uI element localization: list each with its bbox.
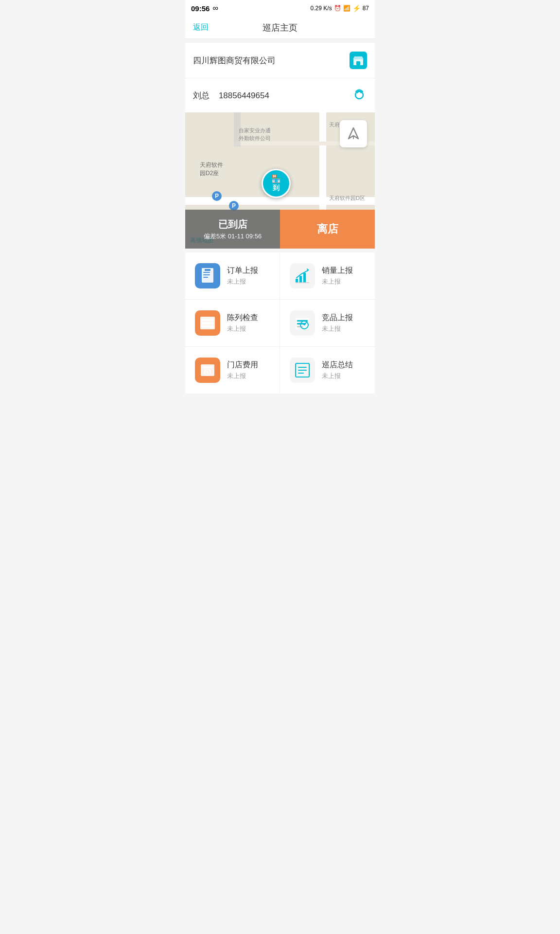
- svg-rect-7: [205, 269, 210, 271]
- svg-rect-1: [356, 61, 360, 65]
- wifi-icon: 📶: [343, 5, 350, 12]
- store-icon: [350, 52, 367, 69]
- feature-title-display: 陈列检查: [227, 313, 258, 323]
- feature-icon-order: [195, 263, 220, 288]
- feature-icon-summary: [290, 358, 315, 383]
- svg-rect-14: [202, 322, 213, 324]
- arrived-main: 已到店: [218, 218, 247, 231]
- nav-bar: 返回 巡店主页: [185, 17, 375, 39]
- map-label-4: 天府软件园D2座: [200, 161, 223, 178]
- contact-phone: 18856449654: [219, 91, 269, 100]
- feature-icon-cost: ¥: [195, 358, 220, 383]
- feature-icon-compete: [290, 310, 315, 336]
- arrived-button[interactable]: 已到店 偏差5米 01-11 09:56: [185, 210, 280, 249]
- leave-button[interactable]: 离店: [280, 210, 375, 249]
- feature-item-summary[interactable]: 巡店总结未上报: [280, 347, 375, 394]
- map-container: 自家安业办通 外勤软件公司 天府软件园D区 天府软件园D2座 天府软件园D区 P…: [185, 112, 375, 249]
- svg-point-2: [355, 91, 363, 99]
- feature-sub-cost: 未上报: [227, 372, 258, 380]
- svg-rect-6: [203, 277, 208, 278]
- feature-sub-display: 未上报: [227, 324, 258, 333]
- map-label-1: 自家安业办通: [239, 127, 271, 134]
- location-marker: 🏪 到: [262, 169, 291, 198]
- feature-item-compete[interactable]: 竞品上报未上报: [280, 300, 375, 347]
- feature-item-sales[interactable]: 销量上报未上报: [280, 252, 375, 300]
- alarm-icon: ⏰: [334, 5, 341, 12]
- feature-title-cost: 门店费用: [227, 360, 258, 370]
- feature-item-cost[interactable]: ¥ 门店费用未上报: [185, 347, 280, 394]
- svg-rect-10: [303, 273, 306, 283]
- svg-rect-8: [296, 279, 298, 283]
- page-title: 巡店主页: [262, 22, 298, 34]
- signal-icon: ⚡: [352, 4, 361, 12]
- status-time: 09:56: [191, 4, 210, 13]
- feature-sub-sales: 未上报: [322, 277, 353, 286]
- svg-rect-9: [299, 276, 302, 283]
- infinity-icon: ∞: [212, 4, 218, 13]
- contact-row: 刘总 18856449654: [185, 78, 375, 112]
- svg-text:¥: ¥: [206, 370, 209, 375]
- navigate-button[interactable]: [340, 120, 367, 147]
- feature-title-sales: 销量上报: [322, 266, 353, 276]
- back-button[interactable]: 返回: [193, 22, 209, 33]
- svg-rect-5: [203, 274, 210, 275]
- map-label-2: 外勤软件公司: [239, 135, 271, 142]
- features-grid: 订单上报未上报 销量上报未上报 陈列检查未上报 竞品上报未上报 ¥ 门店费用未上…: [185, 252, 375, 394]
- battery-indicator: 87: [363, 5, 369, 12]
- contact-name: 刘总: [193, 91, 210, 100]
- feature-icon-sales: [290, 263, 315, 288]
- svg-rect-19: [297, 326, 303, 327]
- parking-icon-2: P: [229, 201, 239, 211]
- map-label-5: 天府软件园D区: [329, 195, 365, 202]
- contact-info: 刘总 18856449654: [193, 90, 269, 101]
- company-name: 四川辉图商贸有限公司: [193, 55, 276, 66]
- parking-icon: P: [212, 191, 222, 201]
- svg-rect-22: [203, 366, 212, 368]
- feature-sub-compete: 未上报: [322, 324, 353, 333]
- svg-rect-13: [202, 319, 213, 321]
- status-bar: 09:56 ∞ 0.29 K/s ⏰ 📶 ⚡ 87: [185, 0, 375, 17]
- company-row: 四川辉图商贸有限公司: [185, 43, 375, 78]
- feature-title-summary: 巡店总结: [322, 360, 353, 370]
- speed-indicator: 0.29 K/s: [311, 5, 332, 12]
- feature-sub-order: 未上报: [227, 277, 258, 286]
- svg-rect-4: [203, 272, 210, 273]
- info-section: 四川辉图商贸有限公司 刘总 18856449654: [185, 43, 375, 112]
- feature-title-compete: 竞品上报: [322, 313, 353, 323]
- feature-item-order[interactable]: 订单上报未上报: [185, 252, 280, 300]
- phone-icon[interactable]: [353, 87, 367, 104]
- feature-icon-display: [195, 310, 220, 336]
- feature-sub-summary: 未上报: [322, 372, 353, 380]
- svg-rect-15: [202, 325, 213, 328]
- arrived-sub: 偏差5米 01-11 09:56: [204, 232, 262, 241]
- feature-item-display[interactable]: 陈列检查未上报: [185, 300, 280, 347]
- feature-title-order: 订单上报: [227, 266, 258, 276]
- map-bottom-overlay: 已到店 偏差5米 01-11 09:56 离店: [185, 210, 375, 249]
